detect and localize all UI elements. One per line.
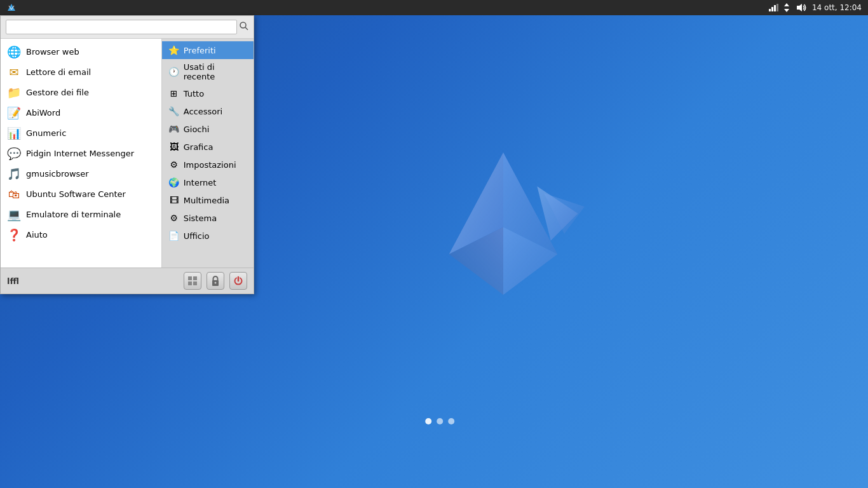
category-item-sistema[interactable]: ⚙Sistema (162, 209, 254, 227)
svg-point-14 (215, 282, 217, 284)
app-item-email[interactable]: ✉Lettore di email (1, 62, 161, 82)
app-item-gnumeric[interactable]: 📊Gnumeric (1, 123, 161, 143)
category-item-multimedia[interactable]: 🎞Multimedia (162, 191, 254, 209)
gnumeric-icon: 📊 (7, 126, 21, 140)
username-label: lffl (7, 276, 19, 286)
svg-rect-2 (774, 5, 776, 11)
menu-button[interactable] (3, 1, 20, 14)
pidgin-label: Pidgin Internet Messenger (26, 149, 134, 158)
places-button[interactable] (184, 272, 201, 290)
category-item-recenti[interactable]: 🕐Usati di recente (162, 59, 254, 85)
ubuntu-label: Ubuntu Software Center (26, 189, 126, 199)
svg-marker-4 (784, 3, 789, 6)
search-button[interactable] (240, 22, 248, 32)
abiword-icon: 📝 (7, 105, 21, 119)
impostazioni-cat-icon: ⚙ (168, 159, 180, 170)
datetime: 14 ott, 12:04 (812, 3, 862, 12)
sistema-cat-icon: ⚙ (168, 212, 180, 224)
xfce-icon (6, 3, 17, 13)
search-icon (240, 22, 248, 30)
search-bar (1, 16, 254, 39)
volume-svg (797, 3, 807, 12)
category-item-internet[interactable]: 🌍Internet (162, 173, 254, 191)
files-icon: 📁 (7, 85, 21, 99)
grafica-cat-label: Grafica (184, 142, 214, 152)
lock-icon (211, 276, 220, 286)
preferiti-cat-icon: ⭐ (168, 44, 180, 56)
svg-marker-5 (784, 9, 789, 12)
taskbar: 14 ott, 12:04 (0, 0, 868, 15)
email-icon: ✉ (7, 65, 21, 79)
search-input[interactable] (6, 20, 237, 34)
ufficio-cat-icon: 📄 (168, 230, 180, 241)
gnumeric-label: Gnumeric (26, 128, 66, 138)
app-item-help[interactable]: ❓Aiuto (1, 224, 161, 245)
multimedia-cat-label: Multimedia (184, 196, 229, 205)
menu-body: 🌐Browser web✉Lettore di email📁Gestore de… (1, 39, 254, 268)
volume-icon (797, 3, 807, 12)
internet-cat-label: Internet (184, 178, 217, 187)
lock-button[interactable] (207, 272, 224, 290)
desktop-logo (402, 132, 605, 336)
app-item-abiword[interactable]: 📝AbiWord (1, 102, 161, 123)
internet-cat-icon: 🌍 (168, 177, 180, 188)
accessori-cat-label: Accessori (184, 107, 222, 116)
files-label: Gestore dei file (26, 88, 89, 97)
music-icon: 🎵 (7, 166, 21, 180)
app-item-ubuntu[interactable]: 🛍Ubuntu Software Center (1, 184, 161, 204)
network-svg (769, 4, 779, 11)
loading-dot-3 (448, 418, 454, 424)
help-icon: ❓ (7, 227, 21, 241)
power-button[interactable] (229, 272, 247, 290)
app-item-files[interactable]: 📁Gestore dei file (1, 82, 161, 102)
apps-panel: 🌐Browser web✉Lettore di email📁Gestore de… (1, 39, 162, 268)
ubuntu-icon: 🛍 (7, 187, 21, 201)
taskbar-right: 14 ott, 12:04 (769, 3, 865, 12)
grafica-cat-icon: 🖼 (168, 141, 180, 152)
category-item-ufficio[interactable]: 📄Ufficio (162, 227, 254, 245)
impostazioni-cat-label: Impostazioni (184, 160, 236, 170)
app-item-terminal[interactable]: 💻Emulatore di terminale (1, 204, 161, 224)
network-icon (769, 4, 779, 11)
email-label: Lettore di email (26, 67, 91, 77)
loading-dot-1 (425, 418, 431, 424)
browser-label: Browser web (26, 47, 79, 57)
app-item-browser[interactable]: 🌐Browser web (1, 41, 161, 62)
svg-rect-3 (776, 4, 778, 11)
app-item-pidgin[interactable]: 💬Pidgin Internet Messenger (1, 143, 161, 163)
categories-panel: ⭐Preferiti🕐Usati di recente⊞Tutto🔧Access… (162, 39, 254, 268)
giochi-cat-icon: 🎮 (168, 123, 180, 135)
svg-rect-0 (769, 9, 771, 11)
svg-point-7 (240, 22, 246, 28)
category-item-giochi[interactable]: 🎮Giochi (162, 120, 254, 138)
arrows-svg (784, 3, 792, 12)
svg-rect-9 (188, 276, 192, 280)
pidgin-icon: 💬 (7, 146, 21, 160)
app-menu: 🌐Browser web✉Lettore di email📁Gestore de… (0, 15, 254, 294)
category-item-accessori[interactable]: 🔧Accessori (162, 102, 254, 120)
loading-dot-2 (437, 418, 443, 424)
giochi-cat-label: Giochi (184, 125, 210, 134)
recenti-cat-icon: 🕐 (168, 66, 180, 78)
category-item-grafica[interactable]: 🖼Grafica (162, 138, 254, 156)
browser-icon: 🌐 (7, 44, 21, 58)
network-updown-icon (784, 3, 792, 12)
svg-rect-10 (193, 276, 197, 280)
bottom-buttons (184, 272, 247, 290)
recenti-cat-label: Usati di recente (184, 62, 247, 81)
terminal-icon: 💻 (7, 207, 21, 221)
category-item-preferiti[interactable]: ⭐Preferiti (162, 41, 254, 59)
taskbar-left (3, 1, 20, 14)
accessori-cat-icon: 🔧 (168, 105, 180, 117)
svg-line-8 (245, 27, 248, 30)
places-icon (187, 276, 198, 286)
category-item-tutto[interactable]: ⊞Tutto (162, 85, 254, 102)
category-item-impostazioni[interactable]: ⚙Impostazioni (162, 156, 254, 173)
terminal-label: Emulatore di terminale (26, 210, 121, 219)
tutto-cat-label: Tutto (184, 89, 204, 98)
sistema-cat-label: Sistema (184, 214, 217, 223)
menu-bottom: lffl (1, 268, 254, 294)
preferiti-cat-label: Preferiti (184, 46, 216, 55)
help-label: Aiuto (26, 230, 48, 240)
app-item-music[interactable]: 🎵gmusicbrowser (1, 163, 161, 184)
